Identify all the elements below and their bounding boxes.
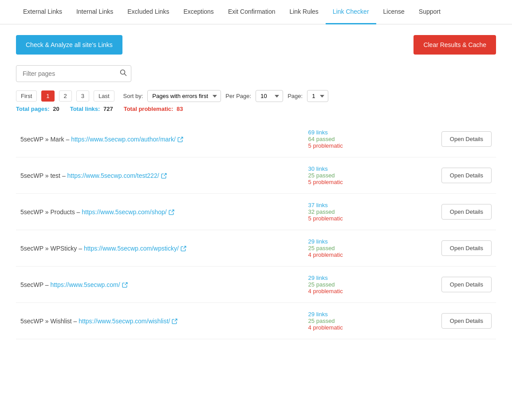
stat-problematic: 5 problematic — [308, 142, 394, 149]
stat-links: 37 links — [308, 202, 394, 208]
page-1-link[interactable]: 1 — [41, 90, 54, 102]
page-url-link[interactable]: https://www.5secwp.com/author/mark/ — [71, 136, 176, 143]
open-details-button[interactable]: Open Details — [441, 277, 492, 292]
per-page-label: Per Page: — [225, 93, 251, 99]
open-details-button[interactable]: Open Details — [441, 168, 492, 183]
table-row: 5secWP » test – https://www.5secwp.com/t… — [16, 157, 496, 194]
total-links: Total links: 727 — [70, 106, 113, 112]
analyze-button[interactable]: Check & Analyze all site's Links — [16, 35, 122, 55]
nav-tabs: External Links Internal Links Excluded L… — [0, 0, 512, 24]
page-prefix: 5secWP » WPSticky – — [20, 245, 84, 252]
page-3-link[interactable]: 3 — [76, 90, 89, 102]
details-cell: Open Details — [399, 230, 496, 267]
page-2-link[interactable]: 2 — [59, 90, 72, 102]
stats-cell: 29 links 25 passed 4 problematic — [304, 267, 399, 303]
tab-link-checker[interactable]: Link Checker — [326, 0, 376, 24]
stat-passed: 25 passed — [308, 281, 394, 288]
table-row: 5secWP » Mark – https://www.5secwp.com/a… — [16, 121, 496, 157]
table-row: 5secWP – https://www.5secwp.com/ 29 link… — [16, 267, 496, 303]
per-page-select[interactable]: 10 20 50 100 — [256, 90, 283, 102]
external-link-icon — [181, 246, 186, 251]
filter-input-wrap — [16, 65, 131, 82]
open-details-button[interactable]: Open Details — [441, 204, 492, 220]
open-details-button[interactable]: Open Details — [441, 313, 492, 329]
stat-problematic: 5 problematic — [308, 215, 394, 222]
open-details-button[interactable]: Open Details — [441, 240, 492, 256]
external-link-icon — [169, 209, 174, 215]
tab-internal-links[interactable]: Internal Links — [69, 0, 120, 24]
page-prefix: 5secWP » Wishlist – — [20, 318, 79, 325]
stat-passed: 32 passed — [308, 208, 394, 215]
details-cell: Open Details — [399, 121, 496, 157]
page-url-link[interactable]: https://www.5secwp.com/ — [50, 281, 120, 288]
page-url-link[interactable]: https://www.5secwp.com/test222/ — [67, 172, 159, 179]
stat-passed: 64 passed — [308, 136, 394, 142]
total-pages: Total pages: 20 — [16, 106, 59, 112]
details-cell: Open Details — [399, 303, 496, 339]
stats-cell: 30 links 25 passed 5 problematic — [304, 157, 399, 194]
page-prefix: 5secWP » test – — [20, 172, 67, 179]
details-cell: Open Details — [399, 267, 496, 303]
stats-cell: 69 links 64 passed 5 problematic — [304, 121, 399, 157]
filter-bar — [16, 65, 496, 82]
page-url-link[interactable]: https://www.5secwp.com/shop/ — [82, 208, 166, 216]
page-info-cell: 5secWP » Mark – https://www.5secwp.com/a… — [16, 121, 304, 157]
stat-problematic: 4 problematic — [308, 324, 394, 331]
open-details-button[interactable]: Open Details — [441, 131, 492, 147]
stat-passed: 25 passed — [308, 318, 394, 324]
stats-cell: 29 links 25 passed 4 problematic — [304, 303, 399, 339]
search-icon — [120, 69, 127, 76]
table-row: 5secWP » Products – https://www.5secwp.c… — [16, 194, 496, 230]
stat-links: 30 links — [308, 165, 394, 172]
page-prefix: 5secWP – — [20, 281, 50, 288]
results-table: 5secWP » Mark – https://www.5secwp.com/a… — [16, 121, 496, 339]
tab-external-links[interactable]: External Links — [16, 0, 69, 24]
page-url-link[interactable]: https://www.5secwp.com/wpsticky/ — [84, 245, 179, 252]
page-info-cell: 5secWP » Wishlist – https://www.5secwp.c… — [16, 303, 304, 339]
page-info-cell: 5secWP » Products – https://www.5secwp.c… — [16, 194, 304, 230]
tab-exit-confirmation[interactable]: Exit Confirmation — [221, 0, 283, 24]
external-link-icon — [122, 282, 128, 288]
stats-cell: 37 links 32 passed 5 problematic — [304, 194, 399, 230]
page-prefix: 5secWP » Mark – — [20, 136, 71, 143]
stat-links: 29 links — [308, 275, 394, 281]
filter-input[interactable] — [16, 65, 131, 82]
page-select[interactable]: 1 2 3 — [307, 90, 328, 102]
tab-excluded-links[interactable]: Excluded Links — [120, 0, 176, 24]
external-link-icon — [161, 173, 167, 179]
first-page-link[interactable]: First — [16, 90, 37, 102]
page-info-cell: 5secWP – https://www.5secwp.com/ — [16, 267, 304, 303]
tab-exceptions[interactable]: Exceptions — [176, 0, 221, 24]
total-problematic: Total problematic: 83 — [124, 106, 183, 112]
external-link-icon — [172, 318, 177, 324]
totals-bar: Total pages: 20 Total links: 727 Total p… — [16, 106, 496, 112]
page-info-cell: 5secWP » test – https://www.5secwp.com/t… — [16, 157, 304, 194]
page-label: Page: — [288, 93, 303, 99]
details-cell: Open Details — [399, 194, 496, 230]
sort-select[interactable]: Pages with errors first Pages alphabetic… — [147, 90, 221, 102]
stat-links: 29 links — [308, 238, 394, 245]
pagination-bar: First 1 2 3 Last Sort by: Pages with err… — [16, 90, 496, 102]
sort-label: Sort by: — [123, 93, 143, 99]
stats-cell: 29 links 25 passed 4 problematic — [304, 230, 399, 267]
stat-problematic: 4 problematic — [308, 251, 394, 258]
last-page-link[interactable]: Last — [94, 90, 114, 102]
tab-support[interactable]: Support — [412, 0, 448, 24]
page-prefix: 5secWP » Products – — [20, 208, 82, 216]
tab-license[interactable]: License — [376, 0, 412, 24]
table-row: 5secWP » WPSticky – https://www.5secwp.c… — [16, 230, 496, 267]
page-url-link[interactable]: https://www.5secwp.com/wishlist/ — [79, 318, 170, 325]
clear-button[interactable]: Clear Results & Cache — [414, 35, 496, 55]
top-bar: Check & Analyze all site's Links Clear R… — [16, 35, 496, 55]
stat-problematic: 5 problematic — [308, 179, 394, 185]
page-info-cell: 5secWP » WPSticky – https://www.5secwp.c… — [16, 230, 304, 267]
stat-problematic: 4 problematic — [308, 288, 394, 294]
stat-links: 29 links — [308, 311, 394, 318]
svg-line-1 — [125, 74, 126, 76]
table-row: 5secWP » Wishlist – https://www.5secwp.c… — [16, 303, 496, 339]
external-link-icon — [177, 137, 183, 142]
stat-passed: 25 passed — [308, 245, 394, 251]
tab-link-rules[interactable]: Link Rules — [282, 0, 325, 24]
search-icon-button[interactable] — [120, 69, 127, 78]
stat-passed: 25 passed — [308, 172, 394, 179]
